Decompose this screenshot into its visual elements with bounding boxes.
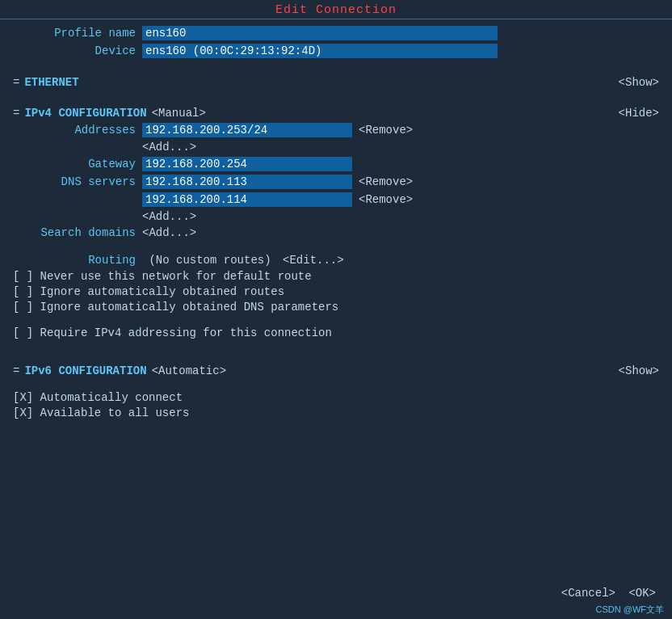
checkbox3[interactable]: [ ] Ignore automatically obtained DNS pa… [13, 301, 338, 314]
add-dns-button[interactable]: <Add...> [142, 210, 196, 223]
search-domains-row: Search domains <Add...> [13, 226, 659, 239]
ipv6-section-header: = IPv6 CONFIGURATION <Automatic> <Show> [13, 364, 659, 377]
all-users-row: [X] Available to all users [13, 406, 659, 419]
checkbox2[interactable]: [ ] Ignore automatically obtained routes [13, 285, 284, 298]
ipv4-hide-button[interactable]: <Hide> [619, 107, 659, 120]
device-input[interactable]: ens160 (00:0C:29:13:92:4D) [142, 44, 498, 58]
gateway-label: Gateway [13, 158, 142, 171]
gateway-row: Gateway 192.168.200.254 [13, 157, 659, 171]
add-address-button[interactable]: <Add...> [142, 141, 196, 154]
checkbox2-row: [ ] Ignore automatically obtained routes [13, 285, 659, 298]
routing-label: Routing [13, 254, 142, 267]
window-title: Edit Connection [275, 3, 397, 17]
add-address-row: <Add...> [13, 141, 659, 154]
dns2-input[interactable]: 192.168.200.114 [142, 192, 352, 207]
ethernet-show-button[interactable]: <Show> [619, 76, 659, 89]
checkbox1[interactable]: [ ] Never use this network for default r… [13, 270, 312, 283]
add-dns-row: <Add...> [13, 210, 659, 223]
addresses-label: Addresses [13, 124, 142, 137]
ethernet-label: ETHERNET [24, 76, 78, 89]
ethernet-section: = ETHERNET <Show> [13, 76, 659, 89]
dns2-remove-button[interactable]: <Remove> [359, 193, 413, 206]
profile-name-label: Profile name [13, 27, 142, 40]
ipv6-label: IPv6 CONFIGURATION [24, 364, 146, 377]
checkbox4[interactable]: [ ] Require IPv4 addressing for this con… [13, 326, 332, 339]
dns-label: DNS servers [13, 175, 142, 188]
device-row: Device ens160 (00:0C:29:13:92:4D) [13, 44, 659, 58]
ipv4-value[interactable]: <Manual> [152, 107, 206, 120]
search-label: Search domains [13, 226, 142, 239]
auto-connect-row: [X] Automatically connect [13, 391, 659, 404]
dns1-remove-button[interactable]: <Remove> [359, 175, 413, 188]
dns1-row: DNS servers 192.168.200.113 <Remove> [13, 175, 659, 189]
checkbox4-row: [ ] Require IPv4 addressing for this con… [13, 326, 659, 339]
address-remove-button[interactable]: <Remove> [359, 124, 413, 137]
title-bar: Edit Connection [0, 0, 672, 19]
dns1-input[interactable]: 192.168.200.113 [142, 175, 352, 189]
ipv4-label: IPv4 CONFIGURATION [24, 107, 146, 120]
ipv6-show-button[interactable]: <Show> [619, 364, 659, 377]
add-search-button[interactable]: <Add...> [142, 226, 196, 239]
gateway-input[interactable]: 192.168.200.254 [142, 157, 352, 171]
profile-name-input[interactable]: ens160 [142, 26, 498, 40]
device-label: Device [13, 44, 142, 57]
addresses-row: Addresses 192.168.200.253/24 <Remove> [13, 123, 659, 137]
auto-connect-checkbox[interactable]: [X] Automatically connect [13, 391, 183, 404]
cancel-button[interactable]: <Cancel> [561, 587, 615, 600]
routing-edit-button[interactable]: <Edit...> [283, 254, 344, 267]
routing-row: Routing (No custom routes) <Edit...> [13, 254, 659, 267]
ipv4-section-header: = IPv4 CONFIGURATION <Manual> <Hide> [13, 107, 659, 120]
checkbox1-row: [ ] Never use this network for default r… [13, 270, 659, 283]
all-users-checkbox[interactable]: [X] Available to all users [13, 406, 189, 419]
ok-button[interactable]: <OK> [628, 587, 656, 600]
profile-name-row: Profile name ens160 [13, 26, 659, 40]
content-area: Profile name ens160 Device ens160 (00:0C… [0, 19, 672, 613]
address-input[interactable]: 192.168.200.253/24 [142, 123, 352, 137]
checkbox3-row: [ ] Ignore automatically obtained DNS pa… [13, 301, 659, 314]
dns2-row: 192.168.200.114 <Remove> [13, 192, 659, 207]
routing-value: (No custom routes) [149, 254, 271, 267]
bottom-buttons: <Cancel> <OK> [561, 587, 656, 600]
terminal-window: Edit Connection Profile name ens160 Devi… [0, 0, 672, 619]
ipv6-value[interactable]: <Automatic> [152, 364, 226, 377]
watermark: CSDN @WF文羊 [596, 604, 665, 616]
